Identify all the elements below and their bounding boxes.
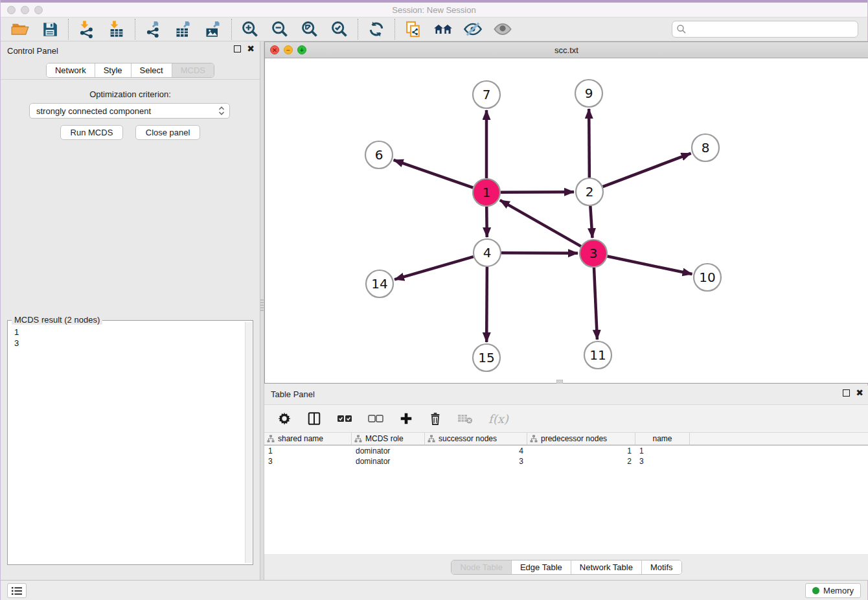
graph-edge[interactable] bbox=[608, 257, 692, 275]
search-input[interactable] bbox=[672, 21, 858, 38]
svg-text:11: 11 bbox=[589, 347, 606, 363]
zoom-selected-button[interactable] bbox=[329, 19, 350, 40]
graph-node-8[interactable]: 8 bbox=[692, 134, 719, 161]
clone-network-button[interactable] bbox=[403, 19, 424, 40]
result-line: 1 bbox=[14, 327, 238, 338]
import-table-button[interactable] bbox=[106, 19, 127, 40]
graph-edge[interactable] bbox=[500, 200, 581, 246]
graph-node-14[interactable]: 14 bbox=[366, 270, 393, 297]
float-panel-icon[interactable] bbox=[234, 45, 241, 52]
zoom-in-button[interactable] bbox=[240, 19, 260, 40]
criterion-select[interactable]: strongly connected component bbox=[29, 103, 230, 119]
list-icon bbox=[11, 586, 23, 595]
column-header-shared-name[interactable]: shared name bbox=[264, 433, 352, 444]
column-header-mcds-role[interactable]: MCDS role bbox=[352, 433, 425, 444]
graph-node-1[interactable]: 1 bbox=[473, 179, 500, 206]
import-network-icon bbox=[78, 20, 96, 38]
cell-shared-name[interactable]: 3 bbox=[264, 456, 352, 467]
function-builder-button[interactable]: f(x) bbox=[488, 412, 508, 426]
svg-text:2: 2 bbox=[586, 184, 594, 200]
panel-splitter[interactable] bbox=[260, 41, 264, 580]
export-network-button[interactable] bbox=[143, 19, 164, 40]
tab-style[interactable]: Style bbox=[95, 63, 131, 77]
tab-motifs[interactable]: Motifs bbox=[641, 560, 681, 574]
graph-edge[interactable] bbox=[486, 267, 487, 342]
table-settings-button[interactable] bbox=[277, 411, 291, 426]
export-table-button[interactable] bbox=[173, 19, 194, 40]
tab-mcds[interactable]: MCDS bbox=[172, 63, 214, 77]
refresh-icon bbox=[367, 20, 385, 38]
network-view-window: ✕ − + scc.txt 7968124314101511 bbox=[264, 41, 868, 384]
graph-node-2[interactable]: 2 bbox=[576, 178, 603, 205]
graph-node-4[interactable]: 4 bbox=[474, 239, 501, 266]
cell-mcds-role[interactable]: dominator bbox=[352, 456, 425, 467]
open-session-button[interactable] bbox=[10, 19, 30, 40]
graph-node-3[interactable]: 3 bbox=[580, 240, 607, 267]
cell-name[interactable]: 3 bbox=[635, 456, 690, 467]
close-panel-icon[interactable]: ✖ bbox=[247, 45, 255, 52]
cell-predecessor-nodes[interactable]: 1 bbox=[527, 446, 635, 456]
run-mcds-button[interactable]: Run MCDS bbox=[60, 125, 124, 140]
import-network-button[interactable] bbox=[76, 19, 97, 40]
graph-node-9[interactable]: 9 bbox=[575, 80, 602, 107]
delete-column-button[interactable] bbox=[429, 411, 442, 426]
graph-edge[interactable] bbox=[394, 257, 474, 279]
main-toolbar bbox=[1, 17, 867, 41]
graph-edge[interactable] bbox=[501, 192, 574, 192]
graph-edge[interactable] bbox=[486, 207, 487, 237]
zoom-out-button[interactable] bbox=[269, 19, 290, 40]
cell-successor-nodes[interactable]: 3 bbox=[425, 456, 527, 467]
splitter-grip[interactable] bbox=[260, 299, 264, 311]
memory-button[interactable]: Memory bbox=[805, 583, 861, 598]
graph-edge[interactable] bbox=[394, 160, 474, 188]
close-table-panel-icon[interactable]: ✖ bbox=[856, 389, 863, 397]
app-titlebar: Session: New Session bbox=[1, 3, 867, 17]
cell-predecessor-nodes[interactable]: 2 bbox=[527, 456, 635, 467]
save-session-button[interactable] bbox=[40, 19, 60, 40]
tab-node-table[interactable]: Node Table bbox=[451, 560, 511, 574]
float-table-panel-icon[interactable] bbox=[843, 389, 850, 397]
task-history-button[interactable] bbox=[7, 583, 27, 598]
select-all-columns-button[interactable] bbox=[337, 413, 352, 424]
cell-successor-nodes[interactable]: 4 bbox=[425, 446, 527, 456]
column-header-predecessor-nodes[interactable]: predecessor nodes bbox=[527, 433, 635, 444]
graph-edge[interactable] bbox=[590, 206, 592, 238]
network-canvas[interactable]: 7968124314101511 bbox=[265, 58, 868, 383]
show-columns-button[interactable] bbox=[307, 411, 321, 426]
tab-network[interactable]: Network bbox=[47, 63, 95, 77]
graph-node-15[interactable]: 15 bbox=[473, 344, 500, 371]
show-all-button[interactable] bbox=[492, 19, 513, 40]
tab-edge-table[interactable]: Edge Table bbox=[511, 560, 571, 574]
close-panel-button[interactable]: Close panel bbox=[135, 125, 201, 140]
graph-edge[interactable] bbox=[501, 253, 578, 253]
graph-node-6[interactable]: 6 bbox=[365, 141, 393, 168]
graph-edge[interactable] bbox=[594, 268, 597, 340]
refresh-view-button[interactable] bbox=[366, 19, 387, 40]
tab-network-table[interactable]: Network Table bbox=[571, 560, 641, 574]
zoom-fit-button[interactable] bbox=[299, 19, 320, 40]
canvas-bottom-grip[interactable] bbox=[556, 380, 563, 384]
deselect-all-columns-button[interactable] bbox=[368, 413, 383, 424]
clone-network-icon bbox=[404, 20, 422, 38]
result-scrollbar[interactable] bbox=[245, 322, 252, 563]
tab-select[interactable]: Select bbox=[131, 63, 172, 77]
cell-mcds-role[interactable]: dominator bbox=[352, 446, 425, 456]
graph-node-11[interactable]: 11 bbox=[584, 341, 611, 369]
graph-node-7[interactable]: 7 bbox=[473, 81, 500, 108]
svg-text:14: 14 bbox=[371, 276, 387, 292]
cell-name[interactable]: 1 bbox=[635, 446, 690, 456]
graph-edge[interactable] bbox=[603, 154, 691, 187]
delete-table-button[interactable] bbox=[457, 413, 473, 424]
hide-selected-button[interactable] bbox=[463, 19, 483, 40]
first-neighbors-button[interactable] bbox=[433, 19, 453, 40]
graph-node-10[interactable]: 10 bbox=[694, 264, 721, 291]
table-row[interactable]: 1 dominator 4 1 1 bbox=[264, 446, 868, 456]
cell-shared-name[interactable]: 1 bbox=[264, 446, 352, 456]
node-table: shared name MCDS role successor nodes pr… bbox=[264, 433, 868, 554]
graph-edge[interactable] bbox=[589, 109, 589, 178]
column-header-name[interactable]: name bbox=[635, 433, 690, 444]
add-column-button[interactable] bbox=[399, 411, 413, 426]
column-header-successor-nodes[interactable]: successor nodes bbox=[425, 433, 527, 444]
export-image-button[interactable] bbox=[203, 19, 223, 40]
table-row[interactable]: 3 dominator 3 2 3 bbox=[264, 456, 868, 467]
